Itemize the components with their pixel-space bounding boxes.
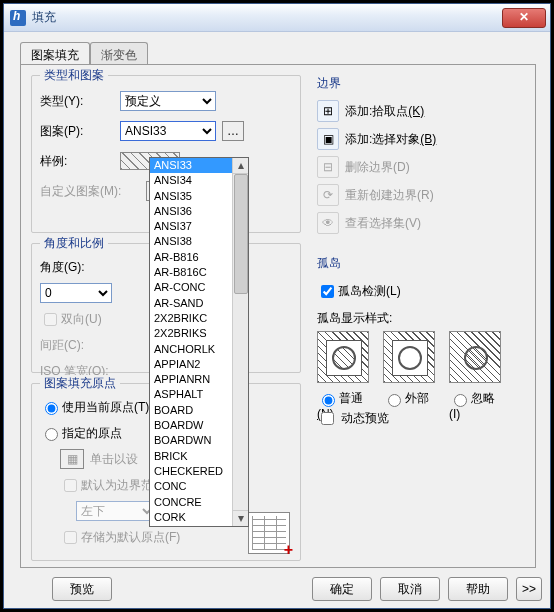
titlebar[interactable]: 填充 ✕ bbox=[4, 4, 550, 32]
view-selection-icon: 👁 bbox=[317, 212, 339, 234]
cancel-button[interactable]: 取消 bbox=[380, 577, 440, 601]
group-boundary: 边界 ⊞ 添加:拾取点(K) ▣ 添加:选择对象(B) ⊟ 删除边界(D) ⟳ … bbox=[317, 75, 527, 245]
specify-origin-label: 指定的原点 bbox=[62, 425, 122, 442]
add-select-label[interactable]: 添加:选择对象(B) bbox=[345, 131, 436, 148]
main-panel: 类型和图案 类型(Y): 预定义 图案(P): ANSI33 … 样例: 自定义… bbox=[20, 64, 536, 568]
island-outer-radio[interactable] bbox=[388, 394, 401, 407]
origin-pos-combo: 左下 bbox=[76, 501, 156, 521]
group-title-angle: 角度和比例 bbox=[40, 235, 108, 252]
scroll-up-arrow[interactable]: ▴ bbox=[233, 158, 249, 174]
dynamic-preview-row: 动态预览 bbox=[317, 409, 389, 428]
island-detect-label: 孤岛检测(L) bbox=[338, 283, 401, 300]
app-icon bbox=[10, 10, 26, 26]
specify-origin-radio[interactable] bbox=[45, 428, 58, 441]
angle-label: 角度(G): bbox=[40, 259, 120, 276]
dynamic-preview-checkbox[interactable] bbox=[321, 412, 334, 425]
pattern-combo[interactable]: ANSI33 bbox=[120, 121, 216, 141]
pattern-label: 图案(P): bbox=[40, 123, 120, 140]
pattern-dropdown-list[interactable]: ANSI33ANSI34ANSI35ANSI36ANSI37ANSI38AR-B… bbox=[149, 157, 249, 527]
recreate-boundary-icon: ⟳ bbox=[317, 184, 339, 206]
two-way-label: 双向(U) bbox=[61, 311, 102, 328]
dynamic-preview-label: 动态预览 bbox=[341, 411, 389, 425]
dialog-window: 填充 ✕ 图案填充 渐变色 类型和图案 类型(Y): 预定义 图案(P): AN… bbox=[3, 3, 551, 609]
group-title-origin: 图案填充原点 bbox=[40, 375, 120, 392]
add-pick-icon[interactable]: ⊞ bbox=[317, 100, 339, 122]
use-current-origin-label: 使用当前原点(T) bbox=[62, 399, 149, 416]
sample-label: 样例: bbox=[40, 153, 120, 170]
island-outer-radio-row[interactable]: 外部 bbox=[383, 390, 435, 421]
help-button[interactable]: 帮助 bbox=[448, 577, 508, 601]
close-button[interactable]: ✕ bbox=[502, 8, 546, 28]
remove-boundary-label: 删除边界(D) bbox=[345, 159, 410, 176]
island-ignore-radio[interactable] bbox=[454, 394, 467, 407]
island-style-label: 孤岛显示样式: bbox=[317, 310, 527, 327]
remove-boundary-icon: ⊟ bbox=[317, 156, 339, 178]
dropdown-scrollbar[interactable]: ▴ ▾ bbox=[232, 158, 248, 526]
view-selection-label: 查看选择集(V) bbox=[345, 215, 421, 232]
window-title: 填充 bbox=[32, 9, 502, 26]
custom-pattern-label: 自定义图案(M): bbox=[40, 183, 140, 200]
add-select-icon[interactable]: ▣ bbox=[317, 128, 339, 150]
group-title-type: 类型和图案 bbox=[40, 67, 108, 84]
group-title-boundary: 边界 bbox=[317, 76, 341, 90]
island-ignore-sample[interactable] bbox=[449, 331, 501, 383]
pick-origin-icon: ▦ bbox=[60, 449, 84, 469]
two-way-checkbox bbox=[44, 313, 57, 326]
store-default-label: 存储为默认原点(F) bbox=[81, 529, 180, 546]
recreate-boundary-label: 重新创建边界(R) bbox=[345, 187, 434, 204]
group-island: 孤岛 孤岛检测(L) 孤岛显示样式: bbox=[317, 255, 527, 395]
footer: 预览 确定 取消 帮助 >> bbox=[4, 570, 550, 608]
preview-button[interactable]: 预览 bbox=[52, 577, 112, 601]
use-current-origin-radio[interactable] bbox=[45, 402, 58, 415]
dialog-body: 图案填充 渐变色 类型和图案 类型(Y): 预定义 图案(P): ANSI33 … bbox=[4, 32, 550, 608]
island-ignore-radio-row[interactable]: 忽略(I) bbox=[449, 390, 501, 421]
scroll-thumb[interactable] bbox=[234, 174, 248, 294]
origin-preview bbox=[248, 512, 290, 554]
pattern-browse-button[interactable]: … bbox=[222, 121, 244, 141]
island-normal-radio[interactable] bbox=[322, 394, 335, 407]
store-default-checkbox bbox=[64, 531, 77, 544]
type-combo[interactable]: 预定义 bbox=[120, 91, 216, 111]
expand-button[interactable]: >> bbox=[516, 577, 542, 601]
click-set-label: 单击以设 bbox=[90, 451, 138, 468]
island-normal-sample[interactable] bbox=[317, 331, 369, 383]
scroll-down-arrow[interactable]: ▾ bbox=[233, 510, 249, 526]
island-outer-sample[interactable] bbox=[383, 331, 435, 383]
type-label: 类型(Y): bbox=[40, 93, 120, 110]
island-detect-checkbox[interactable] bbox=[321, 285, 334, 298]
default-extent-checkbox bbox=[64, 479, 77, 492]
add-pick-label[interactable]: 添加:拾取点(K) bbox=[345, 103, 424, 120]
ok-button[interactable]: 确定 bbox=[312, 577, 372, 601]
angle-combo[interactable]: 0 bbox=[40, 283, 112, 303]
group-title-island: 孤岛 bbox=[317, 256, 341, 270]
spacing-label: 间距(C): bbox=[40, 337, 120, 354]
